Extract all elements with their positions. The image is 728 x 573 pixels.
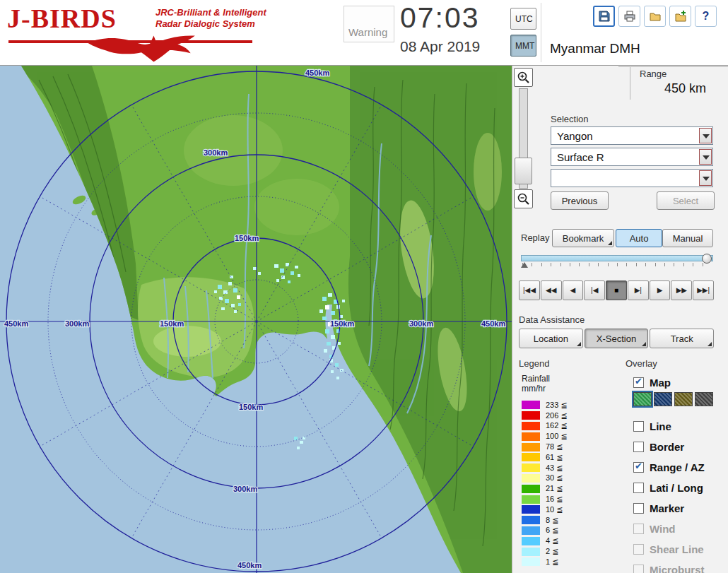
select-button[interactable]: Select bbox=[657, 191, 715, 210]
radar-map-view[interactable]: 450km 300km 150km 450km 300km 150km 150k… bbox=[0, 66, 512, 573]
zoom-in-button[interactable] bbox=[514, 68, 533, 87]
legend-color-swatch bbox=[522, 537, 540, 545]
help-button[interactable]: ? bbox=[695, 6, 717, 27]
manual-button[interactable]: Manual bbox=[662, 229, 713, 247]
chevron-down-icon[interactable] bbox=[699, 170, 712, 186]
chevron-down-icon[interactable] bbox=[699, 149, 712, 165]
transport-button[interactable]: ▶ bbox=[650, 280, 671, 300]
legend-color-swatch bbox=[522, 422, 540, 430]
import-button[interactable] bbox=[669, 6, 691, 27]
product-dropdown[interactable]: Surface R bbox=[551, 148, 713, 166]
overlay-item[interactable]: Range / AZ bbox=[633, 457, 728, 478]
legend-color-swatch bbox=[522, 526, 540, 535]
legend-row: 206 ≦ bbox=[522, 410, 621, 421]
tagline-line2: Radar Dialogic System bbox=[155, 18, 266, 30]
overlay-item-label: Shear Line bbox=[650, 543, 704, 555]
transport-button[interactable]: ▶▶ bbox=[671, 280, 692, 300]
legend-color-swatch bbox=[522, 453, 540, 461]
selection-label: Selection bbox=[551, 114, 588, 124]
transport-button[interactable]: ◀ bbox=[563, 280, 584, 300]
control-panel: Range 450 km Selection Yangon Surface R … bbox=[512, 66, 728, 573]
folder-icon bbox=[649, 10, 662, 23]
legend-color-swatch bbox=[522, 516, 540, 524]
checkbox[interactable] bbox=[633, 377, 644, 388]
overlay-item-label: Range / AZ bbox=[650, 461, 705, 473]
data-assistance-label: Data Assistance bbox=[519, 314, 585, 325]
checkbox[interactable] bbox=[633, 544, 644, 555]
mmt-toggle-button[interactable]: MMT bbox=[510, 35, 536, 57]
checkbox[interactable] bbox=[633, 503, 644, 514]
question-mark-icon: ? bbox=[703, 10, 710, 23]
transport-button[interactable]: ◀◀ bbox=[541, 280, 562, 300]
product-dropdown-value: Surface R bbox=[557, 151, 604, 163]
overlay-item[interactable]: Shear Line bbox=[633, 539, 728, 560]
overlay-item[interactable]: Wind bbox=[633, 519, 728, 539]
utc-toggle-button[interactable]: UTC bbox=[510, 8, 536, 30]
magnifier-plus-icon bbox=[517, 71, 531, 85]
overlay-item-label: Wind bbox=[650, 523, 676, 535]
transport-button[interactable]: ▶▶| bbox=[693, 280, 714, 300]
legend-row: 30 ≦ bbox=[522, 473, 621, 484]
replay-label: Replay bbox=[521, 232, 549, 243]
replay-slider-ticks bbox=[522, 263, 712, 266]
open-file-button[interactable] bbox=[644, 6, 666, 27]
legend-color-swatch bbox=[522, 485, 540, 493]
save-button[interactable] bbox=[593, 6, 615, 27]
replay-slider-thumb[interactable] bbox=[702, 254, 712, 264]
legend-color-swatch bbox=[522, 411, 540, 420]
map-style-swatch[interactable] bbox=[695, 392, 713, 406]
data-assistance-buttons: LocationX-SectionTrack bbox=[519, 329, 714, 348]
overlay-item-label: Border bbox=[650, 441, 684, 453]
range-label-right-450: 450km bbox=[481, 319, 505, 328]
print-button[interactable] bbox=[618, 6, 640, 27]
legend-color-swatch bbox=[522, 432, 540, 441]
chevron-down-icon[interactable] bbox=[699, 128, 712, 143]
transport-controls: |◀◀◀◀◀|◀■▶|▶▶▶▶▶| bbox=[519, 280, 714, 300]
transport-button[interactable]: ▶| bbox=[628, 280, 649, 300]
map-style-swatch[interactable] bbox=[654, 392, 672, 406]
bookmark-button[interactable]: Bookmark bbox=[552, 229, 614, 247]
warning-button[interactable]: Warning bbox=[344, 6, 394, 42]
overlay-item-map[interactable]: Map bbox=[633, 375, 725, 389]
range-label-top-450: 450km bbox=[305, 69, 329, 77]
overlay-options: Line Border Range / AZ Lati / Long Marke… bbox=[633, 416, 728, 573]
legend-value: 162 ≦ bbox=[546, 421, 568, 430]
data-assistance-button[interactable]: Track bbox=[650, 329, 714, 348]
checkbox[interactable] bbox=[633, 565, 644, 573]
legend-value: 6 ≦ bbox=[546, 526, 558, 535]
replay-timeline-slider[interactable] bbox=[521, 254, 713, 269]
checkbox[interactable] bbox=[633, 442, 644, 452]
replay-slider-track[interactable] bbox=[521, 255, 713, 261]
checkbox[interactable] bbox=[633, 483, 644, 493]
range-label-bottom-300: 300km bbox=[233, 485, 257, 493]
extra-dropdown[interactable] bbox=[551, 169, 713, 187]
checkbox[interactable] bbox=[633, 462, 644, 473]
replay-slider-start-marker bbox=[521, 262, 528, 268]
overlay-item[interactable]: Border bbox=[633, 437, 728, 457]
data-assistance-button[interactable]: X-Section bbox=[585, 329, 649, 348]
transport-button[interactable]: ■ bbox=[606, 280, 627, 300]
data-assistance-button[interactable]: Location bbox=[519, 329, 583, 348]
overlay-item[interactable]: Lati / Long bbox=[633, 478, 728, 498]
map-style-swatches bbox=[633, 392, 715, 408]
site-dropdown[interactable]: Yangon bbox=[551, 126, 713, 145]
map-style-swatch[interactable] bbox=[633, 392, 652, 406]
transport-button[interactable]: |◀◀ bbox=[519, 280, 540, 300]
legend-color-swatch bbox=[522, 474, 540, 483]
legend-value: 4 ≦ bbox=[546, 536, 558, 545]
checkbox[interactable] bbox=[633, 421, 644, 432]
auto-button[interactable]: Auto bbox=[616, 229, 662, 247]
legend-unit-line1: Rainfall bbox=[522, 374, 550, 384]
transport-button[interactable]: |◀ bbox=[584, 280, 605, 300]
checkbox[interactable] bbox=[633, 524, 644, 534]
overlay-item[interactable]: Line bbox=[633, 416, 728, 437]
zoom-out-button[interactable] bbox=[514, 189, 533, 208]
overlay-item[interactable]: Marker bbox=[633, 498, 728, 519]
previous-button[interactable]: Previous bbox=[551, 191, 609, 210]
map-style-swatch[interactable] bbox=[674, 392, 693, 406]
legend-color-swatch bbox=[522, 401, 540, 409]
legend-row: 43 ≦ bbox=[522, 463, 621, 473]
zoom-slider-thumb[interactable] bbox=[515, 158, 532, 184]
legend-row: 78 ≦ bbox=[522, 442, 621, 452]
overlay-item[interactable]: Microburst bbox=[633, 560, 728, 573]
